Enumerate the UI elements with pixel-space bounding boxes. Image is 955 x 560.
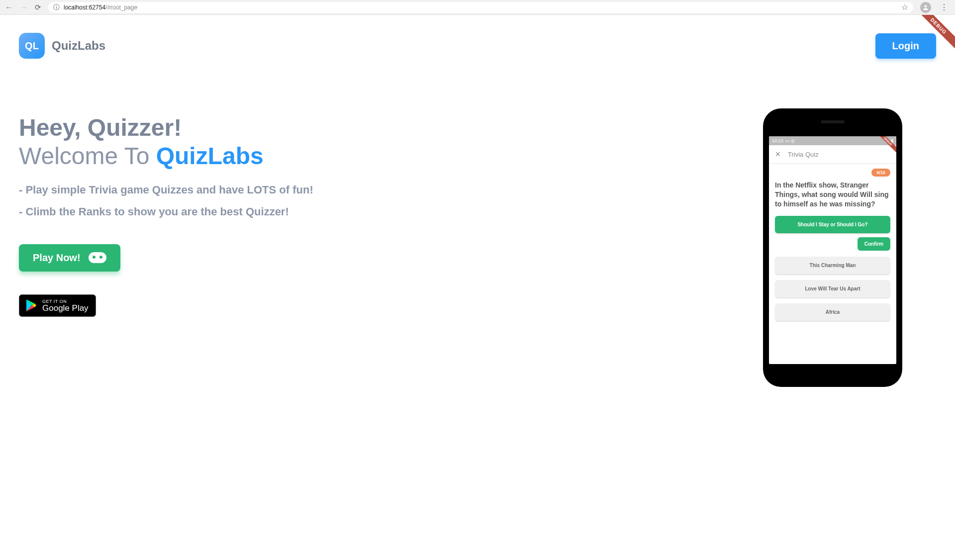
url-path: /#root_page (105, 4, 137, 11)
answer-option-4[interactable]: Africa (775, 303, 890, 321)
logo-icon: QL (19, 33, 45, 59)
play-now-label: Play Now! (33, 252, 81, 264)
forward-button[interactable]: → (20, 3, 28, 12)
phone-mockup: 10:13 ▭ ◎ ◢ ▮ ✕ Trivia Quiz 6/15 In the … (763, 108, 902, 387)
answer-option-3[interactable]: Love Will Tear Us Apart (775, 280, 890, 297)
gplay-large-text: Google Play (42, 304, 89, 312)
brand: QL QuizLabs (19, 33, 105, 59)
app-bar-title: Trivia Quiz (788, 151, 819, 158)
phone-frame: 10:13 ▭ ◎ ◢ ▮ ✕ Trivia Quiz 6/15 In the … (763, 108, 902, 387)
reload-button[interactable]: ⟳ (35, 3, 41, 12)
back-button[interactable]: ← (5, 3, 13, 12)
address-bar[interactable]: ⓘ localhost:62754/#root_page ☆ (48, 2, 913, 13)
hero-bullet-1: - Play simple Trivia game Quizzes and ha… (19, 184, 693, 196)
screen-debug-ribbon (873, 136, 896, 159)
question-counter-badge: 6/15 (871, 169, 890, 177)
bookmark-star-icon[interactable]: ☆ (901, 2, 908, 12)
google-play-icon (26, 299, 37, 311)
answer-option-1[interactable]: Should I Stay or Should I Go? (775, 216, 890, 233)
status-icons-left: ▭ ◎ (785, 138, 795, 143)
brand-name: QuizLabs (52, 39, 105, 53)
answer-option-2[interactable]: This Charming Man (775, 257, 890, 274)
hero-bullet-2: - Climb the Ranks to show you are the be… (19, 205, 693, 218)
site-info-icon[interactable]: ⓘ (53, 3, 60, 12)
more-menu-icon[interactable]: ⋮ (938, 2, 950, 12)
google-play-badge[interactable]: GET IT ON Google Play (19, 294, 96, 317)
confirm-button[interactable]: Confirm (858, 237, 890, 251)
phone-screen: 10:13 ▭ ◎ ◢ ▮ ✕ Trivia Quiz 6/15 In the … (769, 136, 896, 364)
status-time: 10:13 (772, 138, 783, 143)
quiz-body: 6/15 In the Netflix show, Stranger Thing… (769, 164, 896, 364)
hero-subheading: Welcome To QuizLabs (19, 142, 693, 170)
hero: Heey, Quizzer! Welcome To QuizLabs - Pla… (19, 108, 693, 317)
account-icon[interactable] (920, 2, 931, 13)
main-section: Heey, Quizzer! Welcome To QuizLabs - Pla… (19, 108, 936, 387)
question-text: In the Netflix show, Stranger Things, wh… (775, 181, 890, 209)
login-button[interactable]: Login (875, 33, 936, 59)
url-host: localhost:62754 (64, 4, 105, 11)
hero-accent: QuizLabs (156, 143, 264, 169)
gamepad-icon (89, 252, 106, 263)
play-now-button[interactable]: Play Now! (19, 244, 120, 272)
site-header: QL QuizLabs Login (19, 33, 936, 59)
close-icon[interactable]: ✕ (775, 150, 781, 158)
page-content: QL QuizLabs Login Heey, Quizzer! Welcome… (0, 15, 955, 405)
svg-point-0 (925, 5, 927, 7)
hero-heading: Heey, Quizzer! (19, 113, 693, 142)
browser-toolbar: ← → ⟳ ⓘ localhost:62754/#root_page ☆ ⋮ (0, 0, 955, 15)
